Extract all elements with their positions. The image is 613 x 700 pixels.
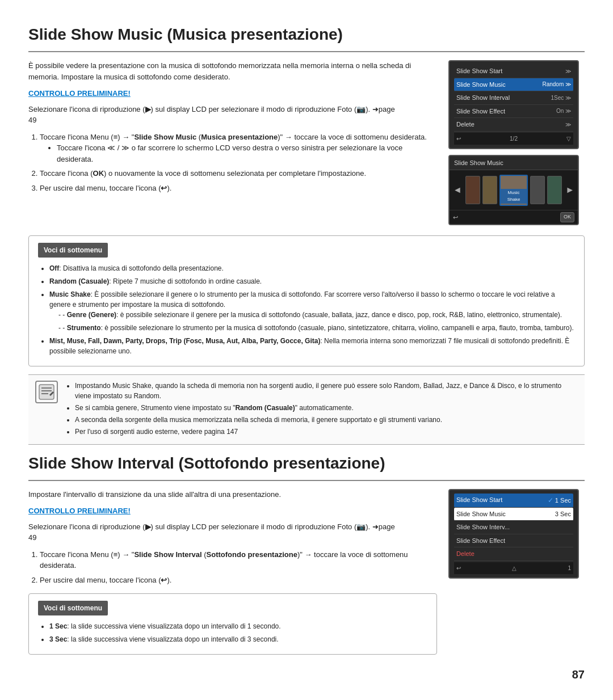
lcd-row-effect: Slide Show Effect On ≫ bbox=[454, 105, 573, 119]
notes-box: Impostando Music Shake, quando la scheda… bbox=[28, 374, 585, 445]
lcd-screen-3: Slide Show Start ✓ 1 Sec Slide Show Musi… bbox=[448, 489, 579, 579]
lcd3-row-interval: Slide Show Interv... bbox=[454, 521, 573, 534]
lcd2-bottom: ↩ OK bbox=[450, 210, 578, 224]
lcd2-content: ◄ ► bbox=[450, 170, 578, 210]
lcd-back-icon: ↩ bbox=[456, 134, 461, 143]
svg-rect-0 bbox=[39, 385, 54, 399]
lcd-screen-1: Slide Show Start ≫ Slide Show Music Rand… bbox=[448, 60, 579, 149]
lcd-row-music: Slide Show Music Random ≫ bbox=[454, 78, 573, 92]
lcd2-thumb-selected bbox=[499, 175, 528, 206]
lcd2-thumb-1 bbox=[465, 176, 480, 204]
pencil-icon bbox=[38, 383, 55, 400]
voci2-3sec: 3 Sec: la slide successiva viene visuali… bbox=[49, 634, 427, 644]
lcd3-row-delete: Delete bbox=[454, 547, 573, 561]
section1-ctrl-text: Selezionare l'icona di riproduzione (▶) … bbox=[28, 104, 403, 126]
lcd3-back-icon: ↩ bbox=[456, 564, 461, 572]
section2-step1: Toccare l'icona Menu (≡) → "Slide Show I… bbox=[40, 549, 437, 571]
lcd-value-start: ≫ bbox=[565, 67, 571, 75]
section2-step2: Per uscire dal menu, toccare l'icona (↩)… bbox=[40, 575, 437, 586]
voci-genre: - Genre (Genere): è possibile selezionar… bbox=[58, 310, 575, 320]
lcd3-label-interval: Slide Show Interv... bbox=[456, 522, 510, 532]
lcd3-label-start: Slide Show Start bbox=[456, 495, 502, 505]
lcd-label-delete: Delete bbox=[456, 120, 565, 129]
lcd-row-start: Slide Show Start ≫ bbox=[454, 65, 573, 78]
voci-item-off: Off: Disattiva la musica di sottofondo d… bbox=[49, 263, 575, 273]
note-2: Se si cambia genere, Strumento viene imp… bbox=[75, 403, 578, 413]
lcd3-nav-icon: △ bbox=[512, 564, 517, 572]
lcd-row-interval: Slide Show Interval 1Sec ≫ bbox=[454, 91, 573, 105]
section2-title: Slide Show Interval (Sottofondo presenta… bbox=[28, 452, 585, 481]
section2-ctrl-text: Selezionare l'icona di riproduzione (▶) … bbox=[28, 521, 403, 543]
lcd2-arrow-left: ◄ bbox=[452, 183, 463, 197]
lcd2-thumb-4 bbox=[547, 176, 562, 204]
section1-voci-box: Voci di sottomenu Off: Disattiva la musi… bbox=[28, 235, 585, 366]
lcd3-label-effect: Slide Show Effect bbox=[456, 536, 505, 546]
section1-voci-list: Off: Disattiva la musica di sottofondo d… bbox=[38, 263, 575, 356]
section2-voci-list: 1 Sec: la slide successiva viene visuali… bbox=[38, 621, 427, 644]
section1-screenshots: Slide Show Start ≫ Slide Show Music Rand… bbox=[448, 60, 585, 225]
section2-steps: Toccare l'icona Menu (≡) → "Slide Show I… bbox=[28, 549, 437, 586]
lcd3-row-music: Slide Show Music 3 Sec bbox=[454, 508, 573, 521]
section2-intro: Impostare l'intervallo di transizione da… bbox=[28, 489, 414, 500]
section2-controllo[interactable]: CONTROLLO PRELIMINARE! bbox=[28, 505, 131, 517]
lcd3-value-start: ✓ 1 Sec bbox=[548, 495, 571, 505]
lcd-value-music: Random ≫ bbox=[542, 80, 571, 88]
lcd-nav-icon: ▽ bbox=[566, 134, 571, 143]
lcd2-thumb-3 bbox=[530, 176, 545, 204]
lcd-row-delete: Delete ≫ bbox=[454, 118, 573, 132]
lcd-label-effect: Slide Show Effect bbox=[456, 107, 556, 116]
lcd-label-start: Slide Show Start bbox=[456, 66, 565, 76]
section1-step1: Toccare l'icona Menu (≡) → "Slide Show M… bbox=[40, 132, 437, 165]
lcd-pager: 1/2 bbox=[510, 134, 518, 143]
lcd3-label-delete: Delete bbox=[456, 549, 475, 559]
voci-item-random: Random (Casuale): Ripete 7 musiche di so… bbox=[49, 276, 575, 286]
page-number: 87 bbox=[572, 666, 585, 683]
notes-list: Impostando Music Shake, quando la scheda… bbox=[65, 381, 578, 437]
section1-title: Slide Show Music (Musica presentazione) bbox=[28, 23, 585, 52]
lcd2-title: Slide Show Music bbox=[450, 156, 578, 171]
section1-step1-sub: Toccare l'icona ≪ / ≫ o far scorrere lo … bbox=[57, 142, 437, 165]
lcd2-back-icon: ↩ bbox=[453, 213, 458, 222]
note-4: Per l'uso di sorgenti audio esterne, ved… bbox=[75, 427, 578, 437]
lcd3-label-music: Slide Show Music bbox=[456, 509, 506, 519]
lcd2-thumb-2 bbox=[482, 176, 497, 204]
lcd-screen-2: Slide Show Music ◄ ► ↩ OK bbox=[448, 155, 579, 225]
section1-steps: Toccare l'icona Menu (≡) → "Slide Show M… bbox=[28, 132, 437, 194]
lcd2-arrow-right: ► bbox=[564, 183, 576, 197]
lcd3-pager: 1 bbox=[568, 564, 571, 572]
lcd-bottom-bar-1: ↩ 1/2 ▽ bbox=[454, 133, 573, 145]
lcd-value-effect: On ≫ bbox=[556, 107, 571, 115]
lcd-value-interval: 1Sec ≫ bbox=[551, 94, 571, 102]
section1-controllo[interactable]: CONTROLLO PRELIMINARE! bbox=[28, 88, 131, 99]
lcd3-value-music: 3 Sec bbox=[555, 509, 571, 519]
note-icon bbox=[35, 381, 58, 403]
lcd3-bottom-bar: ↩ △ 1 bbox=[454, 562, 573, 574]
voci-item-songs: Mist, Muse, Fall, Dawn, Party, Drops, Tr… bbox=[49, 336, 575, 356]
lcd2-ok-btn: OK bbox=[560, 212, 574, 222]
lcd-label-music: Slide Show Music bbox=[456, 80, 542, 90]
section1-step3: Per uscire dal menu, toccare l'icona (↩)… bbox=[40, 183, 437, 194]
lcd3-row-start: Slide Show Start ✓ 1 Sec bbox=[454, 494, 573, 508]
voci-strumento: - Strumento: è possibile selezionare lo … bbox=[58, 323, 575, 333]
section1-voci-title: Voci di sottomenu bbox=[38, 243, 108, 258]
section2-voci-box: Voci di sottomenu 1 Sec: la slide succes… bbox=[28, 593, 437, 655]
section1-intro: È possibile vedere la presentazione con … bbox=[28, 60, 414, 82]
lcd-label-interval: Slide Show Interval bbox=[456, 93, 551, 103]
voci2-1sec: 1 Sec: la slide successiva viene visuali… bbox=[49, 621, 427, 631]
note-3: A seconda della sorgente della musica me… bbox=[75, 415, 578, 425]
lcd3-row-effect: Slide Show Effect bbox=[454, 534, 573, 548]
section2-voci-title: Voci di sottomenu bbox=[38, 601, 108, 615]
lcd-value-delete: ≫ bbox=[565, 120, 571, 129]
voci-item-music-shake: Music Shake: È possibile selezionare il … bbox=[49, 289, 575, 333]
note-content: Impostando Music Shake, quando la scheda… bbox=[65, 381, 578, 438]
section2-screenshots: Slide Show Start ✓ 1 Sec Slide Show Musi… bbox=[448, 489, 585, 663]
section1-step2: Toccare l'icona (OK) o nuovamente la voc… bbox=[40, 168, 437, 179]
note-1: Impostando Music Shake, quando la scheda… bbox=[75, 381, 578, 401]
